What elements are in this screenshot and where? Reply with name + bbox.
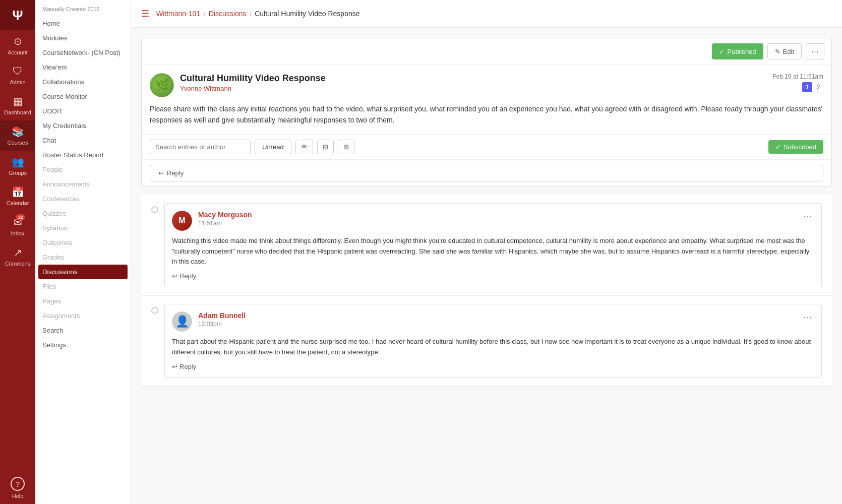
nav-item-courses[interactable]: 📚 Courses — [0, 120, 35, 151]
nav-item-dashboard[interactable]: ▦ Dashboard — [0, 90, 35, 120]
sidebar-item-viewem[interactable]: View'em — [35, 60, 131, 75]
sidebar-item-assignments[interactable]: Assignments — [35, 308, 131, 323]
author-avatar: 🌿 — [150, 73, 174, 97]
reply-macy-button[interactable]: ↩ Reply — [172, 272, 196, 280]
comment-more-macy[interactable]: ⋯ — [801, 211, 814, 222]
breadcrumb-course[interactable]: Wittmann-101 — [156, 10, 200, 18]
published-button[interactable]: ✓ Published — [712, 43, 763, 59]
nav-item-inbox[interactable]: ✉ 32 Inbox — [0, 211, 35, 241]
comment-time-macy: 11:51am — [198, 220, 252, 227]
search-input[interactable] — [150, 140, 251, 154]
nav-item-account[interactable]: ⊙ Account — [0, 30, 35, 60]
sidebar-item-settings[interactable]: Settings — [35, 338, 131, 352]
sidebar-item-syllabus[interactable]: Syllabus — [35, 221, 131, 235]
nav-label-help: Help — [12, 493, 24, 499]
sidebar-created-label: Manually Created 2016 — [35, 0, 131, 16]
sidebar-item-chat[interactable]: Chat — [35, 133, 131, 148]
collapse-all-button[interactable]: ⊟ — [317, 140, 334, 154]
eye-icon: 👁 — [301, 143, 308, 151]
sidebar-item-coursemonitor[interactable]: Course Monitor — [35, 89, 131, 104]
comment-author-adam[interactable]: Adam Bunnell — [198, 311, 246, 320]
nav-label-groups: Groups — [9, 170, 27, 176]
reply-box: ↩ Reply — [142, 160, 831, 186]
breadcrumb-sep-2: › — [250, 10, 252, 18]
nav-label-calendar: Calendar — [7, 200, 29, 206]
post-timestamp: Feb 19 at 11:51am — [772, 73, 823, 80]
comment-thread-macy: M Macy Morguson 11:51am ⋯ Watching this … — [141, 195, 832, 296]
post-author[interactable]: Yvonne Wittmann — [180, 85, 766, 92]
comment-more-adam[interactable]: ⋯ — [801, 311, 814, 323]
calendar-icon: 📅 — [12, 186, 24, 198]
post-meta: Feb 19 at 11:51am 1 2 — [772, 73, 823, 92]
sidebar-item-people[interactable]: People — [35, 162, 131, 177]
inbox-badge: 32 — [16, 214, 25, 220]
nav-label-courses: Courses — [8, 140, 28, 146]
comment-meta-macy: Macy Morguson 11:51am — [198, 211, 252, 227]
reply-small-icon-adam: ↩ — [172, 363, 177, 370]
main-content: ☰ Wittmann-101 › Discussions › Cultural … — [131, 0, 842, 504]
nav-label-account: Account — [8, 49, 28, 55]
sidebar-item-coursenetwork[interactable]: CourseNetwork- (CN Post) — [35, 45, 131, 60]
content-area: ✓ Published ✎ Edit ⋯ 🌿 Cultural Humility… — [131, 28, 842, 397]
sidebar-item-modules[interactable]: Modules — [35, 31, 131, 45]
more-options-button[interactable]: ⋯ — [806, 43, 824, 59]
ellipsis-icon: ⋯ — [811, 47, 819, 55]
nav-label-inbox: Inbox — [11, 230, 25, 236]
dashboard-icon: ▦ — [13, 95, 23, 107]
left-navigation: Ψ ⊙ Account 🛡 Admin ▦ Dashboard 📚 Course… — [0, 0, 35, 504]
sidebar-item-rosterstatus[interactable]: Roster Status Report — [35, 148, 131, 162]
expand-all-button[interactable]: ⊞ — [338, 140, 354, 154]
eye-button[interactable]: 👁 — [295, 140, 313, 154]
sidebar-item-files[interactable]: Files — [35, 279, 131, 294]
edit-icon: ✎ — [775, 48, 780, 55]
nav-item-commons[interactable]: ↗ Commons — [0, 241, 35, 272]
sidebar-item-collaborations[interactable]: Collaborations — [35, 75, 131, 89]
unread-button[interactable]: Unread — [255, 140, 291, 154]
admin-icon: 🛡 — [13, 66, 23, 77]
sidebar-item-quizzes[interactable]: Quizzes — [35, 206, 131, 221]
post-header: 🌿 Cultural Humility Video Response Yvonn… — [142, 65, 831, 103]
sidebar-item-home[interactable]: Home — [35, 16, 131, 31]
comment-meta-adam: Adam Bunnell 12:03pm — [198, 311, 246, 328]
courses-icon: 📚 — [12, 125, 24, 138]
thread-indicator-macy — [151, 206, 158, 213]
sidebar-item-announcements[interactable]: Announcements — [35, 177, 131, 192]
nav-label-dashboard: Dashboard — [4, 109, 31, 115]
nav-label-commons: Commons — [5, 261, 30, 267]
reply-button[interactable]: ↩ Reply — [150, 165, 823, 181]
nav-item-help[interactable]: ? Help — [0, 472, 35, 504]
sidebar-item-outcomes[interactable]: Outcomes — [35, 235, 131, 250]
sidebar-item-search[interactable]: Search — [35, 323, 131, 338]
reply-adam-button[interactable]: ↩ Reply — [172, 363, 196, 370]
post-title: Cultural Humility Video Response — [180, 73, 766, 84]
subscribed-button[interactable]: ✓ Subscribed — [768, 140, 823, 154]
post-body: Please share with the class any initial … — [142, 103, 831, 134]
comment-thread-adam: 👤 Adam Bunnell 12:03pm ⋯ That part about… — [141, 296, 832, 387]
breadcrumb-sep-1: › — [203, 10, 206, 18]
nav-item-calendar[interactable]: 📅 Calendar — [0, 181, 35, 211]
check-icon: ✓ — [719, 48, 725, 55]
page-1[interactable]: 1 — [802, 82, 812, 92]
sidebar-item-conferences[interactable]: Conferences — [35, 192, 131, 206]
sidebar-item-pages[interactable]: Pages — [35, 294, 131, 308]
sidebar-item-grades[interactable]: Grades — [35, 250, 131, 265]
help-icon: ? — [11, 477, 25, 491]
post-title-area: Cultural Humility Video Response Yvonne … — [180, 73, 766, 92]
page-2[interactable]: 2 — [813, 82, 823, 92]
sidebar-item-discussions[interactable]: Discussions — [38, 265, 128, 279]
nav-item-groups[interactable]: 👥 Groups — [0, 151, 35, 181]
comment-author-macy[interactable]: Macy Morguson — [198, 211, 252, 219]
comment-body-macy: Watching this video made me think about … — [172, 236, 814, 267]
sidebar-item-mycredentials[interactable]: My Credentials — [35, 118, 131, 133]
hamburger-icon[interactable]: ☰ — [141, 8, 149, 19]
breadcrumb-section[interactable]: Discussions — [209, 10, 247, 18]
collapse-icon: ⊟ — [323, 143, 328, 151]
comment-card-macy: M Macy Morguson 11:51am ⋯ Watching this … — [164, 203, 822, 287]
nav-item-admin[interactable]: 🛡 Admin — [0, 60, 35, 90]
logo[interactable]: Ψ — [0, 0, 35, 30]
discussion-post-card: ✓ Published ✎ Edit ⋯ 🌿 Cultural Humility… — [141, 38, 832, 187]
sidebar-item-udoit[interactable]: UDOIT — [35, 104, 131, 118]
edit-button[interactable]: ✎ Edit — [767, 43, 802, 59]
comment-actions-macy: ⋯ — [801, 211, 814, 222]
reply-small-icon-macy: ↩ — [172, 272, 177, 280]
